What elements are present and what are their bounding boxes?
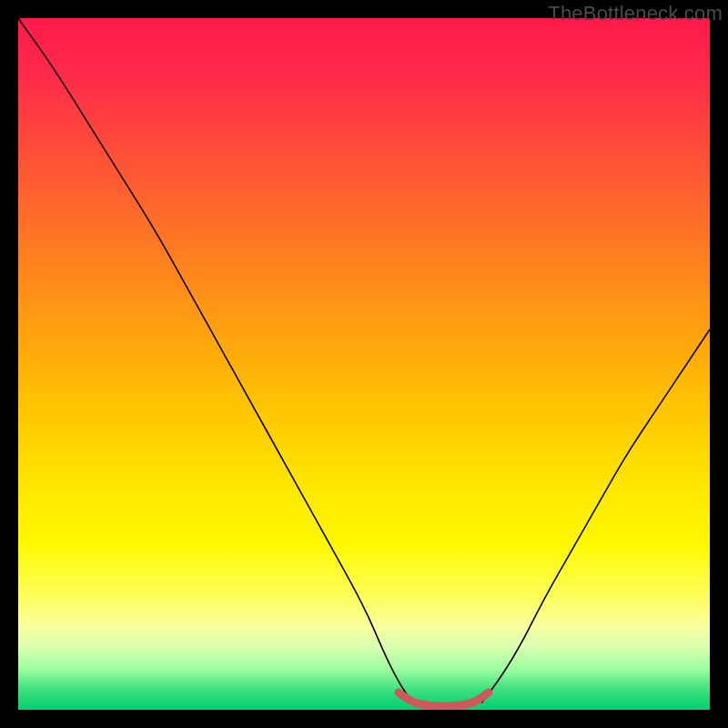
optimal-highlight bbox=[399, 693, 489, 706]
left-curve bbox=[18, 18, 412, 703]
plot-area bbox=[18, 18, 710, 710]
chart-container: TheBottleneck.com bbox=[0, 0, 728, 728]
watermark-text: TheBottleneck.com bbox=[548, 2, 723, 25]
right-curve bbox=[481, 329, 710, 703]
curve-overlay bbox=[18, 18, 710, 710]
